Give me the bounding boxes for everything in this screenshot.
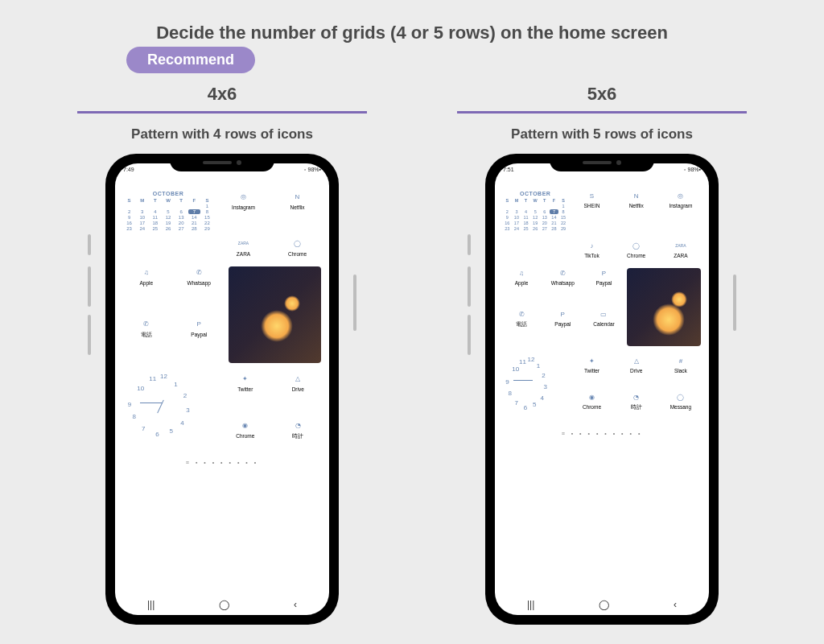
app-paypal[interactable]: PPaypal: [585, 268, 622, 305]
calendar-icon: ▭: [599, 309, 608, 319]
grid-label-4x6: 4x6: [53, 84, 391, 105]
page-indicator[interactable]: ≡ ▪ • • • • • • • •: [503, 431, 701, 436]
underline: [77, 111, 367, 114]
recommend-badge: Recommend: [126, 47, 255, 73]
app-instagram[interactable]: ◎Instagram: [220, 191, 267, 210]
netflix-icon: N: [632, 191, 641, 200]
messenger-icon: ◯: [676, 392, 686, 402]
app-messenger[interactable]: ◯Messang: [661, 392, 701, 424]
zara-icon: ZARA: [238, 237, 249, 249]
shein-icon: S: [587, 191, 596, 200]
option-4x6[interactable]: 4x6 Pattern with 4 rows of icons 7:49 ◦ …: [53, 84, 391, 625]
app-twitter[interactable]: ✦Twitter: [571, 356, 612, 388]
app-netflix[interactable]: NNetflix: [274, 191, 321, 210]
tiktok-icon: ♪: [587, 241, 596, 250]
whatsapp-icon: ✆: [193, 266, 204, 278]
app-clock[interactable]: ◔時計: [616, 392, 657, 424]
zara-icon: ZARA: [676, 241, 686, 250]
paypal-icon: P: [558, 309, 567, 319]
music-icon: ♫: [517, 268, 526, 278]
app-chrome-2[interactable]: ◉Chrome: [571, 392, 612, 424]
status-battery: ◦ 98%▪: [684, 167, 701, 176]
nav-recents[interactable]: |||: [527, 599, 534, 610]
underline: [457, 111, 747, 114]
chrome-icon: ◯: [292, 237, 303, 249]
app-drive[interactable]: △Drive: [616, 356, 657, 388]
pattern-desc-4: Pattern with 4 rows of icons: [53, 126, 391, 142]
calendar-widget[interactable]: OCTOBER SMTWTFS1234567891011121314151617…: [123, 191, 213, 231]
app-instagram[interactable]: ◎Instagram: [661, 191, 701, 208]
app-calendar[interactable]: ▭Calendar: [585, 309, 622, 346]
phone-mockup-5x6: 7:51 ◦ 98%▪ OCTOBER SMTWTFS1234567891011…: [485, 154, 719, 625]
app-drive[interactable]: △Drive: [275, 373, 322, 413]
status-time: 7:49: [123, 167, 134, 176]
app-phone[interactable]: ✆電話: [123, 318, 170, 363]
drive-icon: △: [292, 373, 303, 384]
phone-icon: ✆: [141, 318, 152, 329]
app-chrome[interactable]: ◯Chrome: [274, 237, 321, 257]
app-paypal-2[interactable]: PPaypal: [544, 309, 581, 346]
app-zara[interactable]: ZARAZARA: [661, 241, 701, 258]
nav-recents[interactable]: |||: [147, 599, 154, 610]
app-netflix[interactable]: NNetflix: [616, 191, 657, 208]
chrome-icon: ◯: [632, 241, 641, 250]
paypal-icon: P: [599, 268, 608, 278]
calendar-widget[interactable]: OCTOBER SMTWTFS1234567891011121314151617…: [503, 191, 567, 231]
app-apple-music[interactable]: ♫Apple: [123, 266, 170, 312]
calendar-month: OCTOBER: [123, 191, 213, 196]
option-5x6[interactable]: 5x6 Pattern with 5 rows of icons 7:51 ◦ …: [433, 84, 771, 625]
compass-icon: ◉: [587, 392, 596, 402]
slack-icon: #: [676, 356, 686, 365]
app-tiktok[interactable]: ♪TikTok: [571, 241, 612, 258]
app-twitter[interactable]: ✦Twitter: [222, 373, 269, 413]
photo-widget[interactable]: [229, 266, 321, 363]
status-battery: ◦ 98%▪: [304, 167, 321, 176]
nav-back[interactable]: ‹: [674, 599, 677, 610]
grid-label-5x6: 5x6: [433, 84, 771, 105]
app-whatsapp[interactable]: ✆Whatsapp: [544, 268, 581, 305]
app-whatsapp[interactable]: ✆Whatsapp: [176, 266, 223, 312]
compass-icon: ◉: [240, 419, 251, 431]
instagram-icon: ◎: [238, 191, 249, 202]
clock-widget[interactable]: 12111 234 567 8910: [503, 356, 567, 424]
status-time: 7:51: [503, 167, 514, 176]
app-zara[interactable]: ZARAZARA: [220, 237, 267, 257]
calendar-month: OCTOBER: [503, 191, 567, 196]
app-paypal[interactable]: PPaypal: [176, 318, 223, 363]
clock-widget[interactable]: 12111 234 567 8910: [123, 373, 216, 453]
music-icon: ♫: [141, 266, 152, 278]
phone-mockup-4x6: 7:49 ◦ 98%▪ OCTOBER SMTWTFS1234567891011…: [105, 154, 339, 625]
page-title: Decide the number of grids (4 or 5 rows)…: [0, 0, 824, 43]
netflix-icon: N: [292, 191, 303, 202]
clock-icon: ◔: [292, 419, 303, 431]
app-slack[interactable]: #Slack: [661, 356, 701, 388]
app-clock[interactable]: ◔時計: [275, 419, 322, 453]
app-shein[interactable]: SSHEIN: [571, 191, 612, 208]
instagram-icon: ◎: [676, 191, 686, 200]
app-apple-music[interactable]: ♫Apple: [503, 268, 540, 305]
pattern-desc-5: Pattern with 5 rows of icons: [433, 126, 771, 142]
nav-bar: ||| ◯ ‹: [115, 599, 329, 610]
app-chrome[interactable]: ◯Chrome: [616, 241, 657, 258]
clock-icon: ◔: [632, 392, 641, 402]
app-chrome-2[interactable]: ◉Chrome: [222, 419, 269, 453]
nav-back[interactable]: ‹: [294, 599, 297, 610]
twitter-icon: ✦: [240, 373, 251, 384]
app-phone[interactable]: ✆電話: [503, 309, 540, 346]
phone-icon: ✆: [517, 309, 526, 319]
nav-bar: ||| ◯ ‹: [495, 599, 709, 610]
twitter-icon: ✦: [587, 356, 596, 365]
nav-home[interactable]: ◯: [599, 599, 609, 610]
whatsapp-icon: ✆: [558, 268, 567, 278]
photo-widget[interactable]: [627, 268, 701, 346]
nav-home[interactable]: ◯: [219, 599, 229, 610]
drive-icon: △: [632, 356, 641, 365]
paypal-icon: P: [193, 318, 204, 329]
page-indicator[interactable]: ≡ ▪ • • • • • • •: [123, 460, 321, 465]
